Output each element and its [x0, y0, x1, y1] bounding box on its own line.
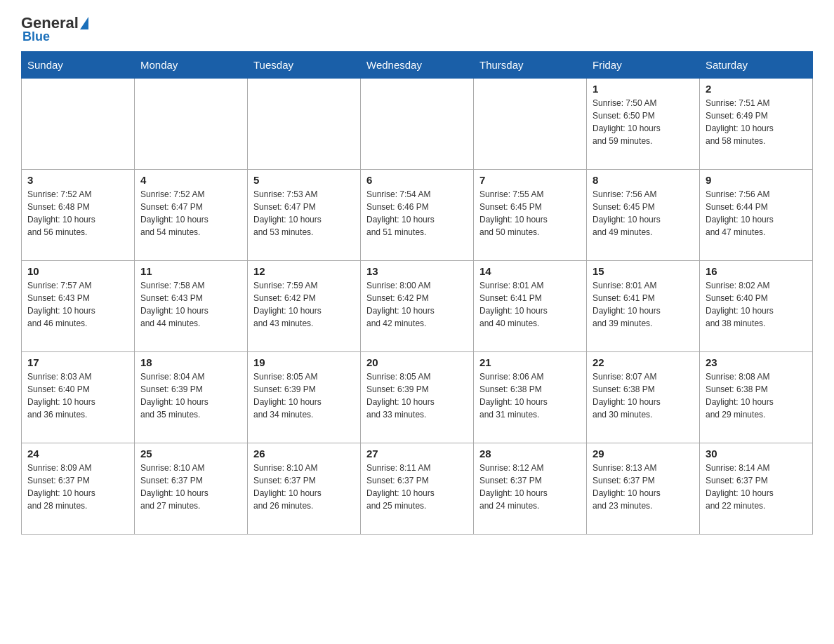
calendar-cell: 29Sunrise: 8:13 AMSunset: 6:37 PMDayligh…	[587, 443, 700, 535]
day-info: Sunrise: 7:53 AMSunset: 6:47 PMDaylight:…	[253, 188, 355, 239]
day-number: 2	[706, 83, 807, 95]
calendar-cell: 14Sunrise: 8:01 AMSunset: 6:41 PMDayligh…	[474, 261, 587, 352]
weekday-header-sunday: Sunday	[22, 52, 135, 79]
calendar-cell: 4Sunrise: 7:52 AMSunset: 6:47 PMDaylight…	[135, 170, 248, 261]
day-number: 21	[479, 356, 581, 368]
day-number: 29	[593, 448, 694, 459]
calendar-cell: 19Sunrise: 8:05 AMSunset: 6:39 PMDayligh…	[248, 352, 361, 443]
day-info: Sunrise: 7:58 AMSunset: 6:43 PMDaylight:…	[140, 279, 241, 330]
calendar-week-3: 10Sunrise: 7:57 AMSunset: 6:43 PMDayligh…	[22, 261, 813, 352]
day-info: Sunrise: 8:14 AMSunset: 6:37 PMDaylight:…	[706, 462, 807, 512]
day-number: 15	[593, 265, 694, 277]
calendar-cell: 3Sunrise: 7:52 AMSunset: 6:48 PMDaylight…	[22, 170, 135, 261]
calendar-cell: 8Sunrise: 7:56 AMSunset: 6:45 PMDaylight…	[587, 170, 700, 261]
calendar-cell: 6Sunrise: 7:54 AMSunset: 6:46 PMDaylight…	[361, 170, 474, 261]
calendar-cell: 30Sunrise: 8:14 AMSunset: 6:37 PMDayligh…	[700, 443, 813, 535]
calendar-cell: 1Sunrise: 7:50 AMSunset: 6:50 PMDaylight…	[587, 79, 700, 170]
weekday-header-friday: Friday	[587, 52, 700, 79]
day-number: 3	[27, 174, 128, 186]
day-info: Sunrise: 8:01 AMSunset: 6:41 PMDaylight:…	[593, 279, 694, 330]
weekday-header-saturday: Saturday	[700, 52, 813, 79]
day-info: Sunrise: 8:05 AMSunset: 6:39 PMDaylight:…	[366, 370, 468, 421]
calendar-cell	[474, 79, 587, 170]
day-number: 28	[479, 448, 581, 459]
calendar-cell: 24Sunrise: 8:09 AMSunset: 6:37 PMDayligh…	[22, 443, 135, 535]
page-header: General Blue	[21, 14, 813, 44]
day-number: 5	[253, 174, 355, 186]
calendar-week-4: 17Sunrise: 8:03 AMSunset: 6:40 PMDayligh…	[22, 352, 813, 443]
calendar-cell: 5Sunrise: 7:53 AMSunset: 6:47 PMDaylight…	[248, 170, 361, 261]
logo-blue-text: Blue	[22, 29, 50, 44]
day-info: Sunrise: 7:56 AMSunset: 6:45 PMDaylight:…	[593, 188, 694, 239]
day-info: Sunrise: 7:59 AMSunset: 6:42 PMDaylight:…	[253, 279, 355, 330]
day-number: 23	[706, 356, 807, 368]
calendar-cell: 13Sunrise: 8:00 AMSunset: 6:42 PMDayligh…	[361, 261, 474, 352]
calendar-cell	[248, 79, 361, 170]
weekday-header-thursday: Thursday	[474, 52, 587, 79]
day-info: Sunrise: 8:05 AMSunset: 6:39 PMDaylight:…	[253, 370, 355, 421]
calendar-cell: 9Sunrise: 7:56 AMSunset: 6:44 PMDaylight…	[700, 170, 813, 261]
day-number: 9	[706, 174, 807, 186]
calendar-cell: 27Sunrise: 8:11 AMSunset: 6:37 PMDayligh…	[361, 443, 474, 535]
calendar-cell: 11Sunrise: 7:58 AMSunset: 6:43 PMDayligh…	[135, 261, 248, 352]
calendar-week-2: 3Sunrise: 7:52 AMSunset: 6:48 PMDaylight…	[22, 170, 813, 261]
logo-triangle-icon	[80, 17, 88, 29]
day-number: 30	[706, 448, 807, 459]
day-number: 19	[253, 356, 355, 368]
calendar-cell: 20Sunrise: 8:05 AMSunset: 6:39 PMDayligh…	[361, 352, 474, 443]
day-number: 17	[27, 356, 128, 368]
day-info: Sunrise: 8:10 AMSunset: 6:37 PMDaylight:…	[253, 462, 355, 512]
calendar-cell: 28Sunrise: 8:12 AMSunset: 6:37 PMDayligh…	[474, 443, 587, 535]
weekday-header-monday: Monday	[135, 52, 248, 79]
day-number: 27	[366, 448, 468, 459]
calendar-cell: 21Sunrise: 8:06 AMSunset: 6:38 PMDayligh…	[474, 352, 587, 443]
day-info: Sunrise: 7:50 AMSunset: 6:50 PMDaylight:…	[593, 97, 694, 147]
calendar-body: 1Sunrise: 7:50 AMSunset: 6:50 PMDaylight…	[22, 79, 813, 535]
day-number: 16	[706, 265, 807, 277]
day-info: Sunrise: 8:09 AMSunset: 6:37 PMDaylight:…	[27, 462, 128, 512]
calendar-header: SundayMondayTuesdayWednesdayThursdayFrid…	[22, 52, 813, 79]
day-info: Sunrise: 8:12 AMSunset: 6:37 PMDaylight:…	[479, 462, 581, 512]
day-info: Sunrise: 7:52 AMSunset: 6:47 PMDaylight:…	[140, 188, 241, 239]
day-info: Sunrise: 7:56 AMSunset: 6:44 PMDaylight:…	[706, 188, 807, 239]
day-info: Sunrise: 8:03 AMSunset: 6:40 PMDaylight:…	[27, 370, 128, 421]
calendar-cell: 2Sunrise: 7:51 AMSunset: 6:49 PMDaylight…	[700, 79, 813, 170]
calendar-cell: 18Sunrise: 8:04 AMSunset: 6:39 PMDayligh…	[135, 352, 248, 443]
day-number: 8	[593, 174, 694, 186]
calendar-week-5: 24Sunrise: 8:09 AMSunset: 6:37 PMDayligh…	[22, 443, 813, 535]
weekday-header-tuesday: Tuesday	[248, 52, 361, 79]
weekday-header-row: SundayMondayTuesdayWednesdayThursdayFrid…	[22, 52, 813, 79]
day-number: 11	[140, 265, 241, 277]
day-info: Sunrise: 8:00 AMSunset: 6:42 PMDaylight:…	[366, 279, 468, 330]
day-info: Sunrise: 8:04 AMSunset: 6:39 PMDaylight:…	[140, 370, 241, 421]
calendar-cell: 23Sunrise: 8:08 AMSunset: 6:38 PMDayligh…	[700, 352, 813, 443]
logo: General Blue	[21, 14, 90, 44]
day-info: Sunrise: 8:06 AMSunset: 6:38 PMDaylight:…	[479, 370, 581, 421]
day-info: Sunrise: 8:01 AMSunset: 6:41 PMDaylight:…	[479, 279, 581, 330]
day-info: Sunrise: 7:54 AMSunset: 6:46 PMDaylight:…	[366, 188, 468, 239]
day-number: 25	[140, 448, 241, 459]
day-info: Sunrise: 7:55 AMSunset: 6:45 PMDaylight:…	[479, 188, 581, 239]
calendar-cell	[361, 79, 474, 170]
day-info: Sunrise: 7:51 AMSunset: 6:49 PMDaylight:…	[706, 97, 807, 147]
day-info: Sunrise: 8:07 AMSunset: 6:38 PMDaylight:…	[593, 370, 694, 421]
calendar-cell: 16Sunrise: 8:02 AMSunset: 6:40 PMDayligh…	[700, 261, 813, 352]
day-info: Sunrise: 8:11 AMSunset: 6:37 PMDaylight:…	[366, 462, 468, 512]
day-number: 24	[27, 448, 128, 459]
calendar-cell: 10Sunrise: 7:57 AMSunset: 6:43 PMDayligh…	[22, 261, 135, 352]
day-number: 13	[366, 265, 468, 277]
calendar-cell: 25Sunrise: 8:10 AMSunset: 6:37 PMDayligh…	[135, 443, 248, 535]
day-info: Sunrise: 8:02 AMSunset: 6:40 PMDaylight:…	[706, 279, 807, 330]
day-number: 10	[27, 265, 128, 277]
calendar-cell: 12Sunrise: 7:59 AMSunset: 6:42 PMDayligh…	[248, 261, 361, 352]
calendar-week-1: 1Sunrise: 7:50 AMSunset: 6:50 PMDaylight…	[22, 79, 813, 170]
day-info: Sunrise: 8:08 AMSunset: 6:38 PMDaylight:…	[706, 370, 807, 421]
calendar-table: SundayMondayTuesdayWednesdayThursdayFrid…	[21, 51, 813, 535]
day-number: 1	[593, 83, 694, 95]
day-number: 6	[366, 174, 468, 186]
day-number: 7	[479, 174, 581, 186]
day-info: Sunrise: 7:57 AMSunset: 6:43 PMDaylight:…	[27, 279, 128, 330]
day-info: Sunrise: 7:52 AMSunset: 6:48 PMDaylight:…	[27, 188, 128, 239]
calendar-cell: 7Sunrise: 7:55 AMSunset: 6:45 PMDaylight…	[474, 170, 587, 261]
day-number: 4	[140, 174, 241, 186]
